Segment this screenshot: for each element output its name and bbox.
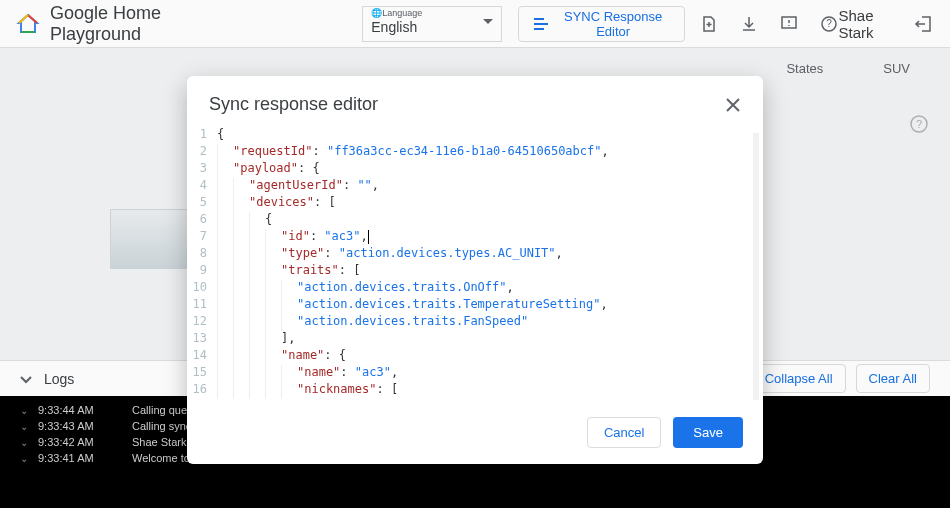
sync-response-modal: Sync response editor 1{2"requestId": "ff… [187,76,763,464]
save-button[interactable]: Save [673,417,743,448]
modal-overlay: Sync response editor 1{2"requestId": "ff… [0,0,950,508]
code-editor[interactable]: 1{2"requestId": "ff36a3cc-ec34-11e6-b1a0… [187,127,763,405]
modal-title: Sync response editor [209,94,378,115]
cancel-button[interactable]: Cancel [587,417,661,448]
modal-header: Sync response editor [187,76,763,127]
close-icon[interactable] [725,97,741,113]
modal-footer: Cancel Save [187,405,763,464]
